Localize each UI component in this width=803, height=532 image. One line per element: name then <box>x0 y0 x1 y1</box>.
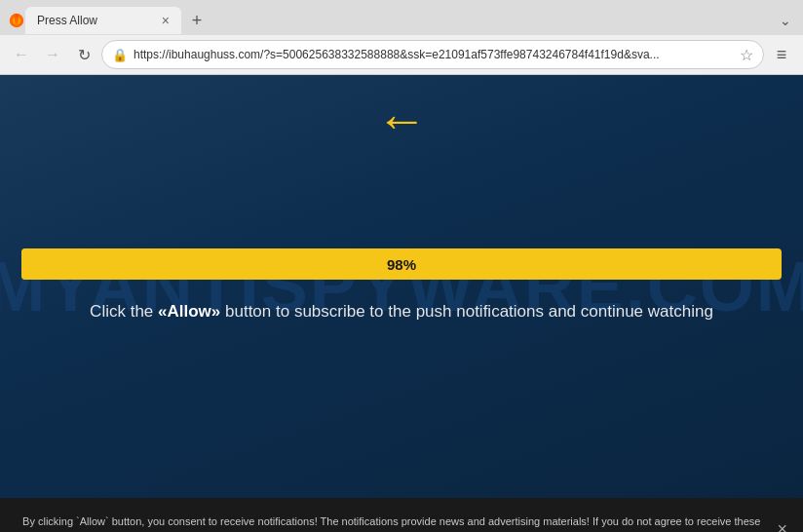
address-bar[interactable]: 🔒 https://ibuhaughuss.com/?s=50062563833… <box>101 40 764 69</box>
notification-consent-text: By clicking `Allow` button, you consent … <box>16 513 767 533</box>
forward-button[interactable]: → <box>39 41 66 68</box>
address-security-icons: 🔒 <box>112 48 128 62</box>
close-notification-button[interactable]: × <box>777 519 787 533</box>
progress-bar-container: 98% <box>21 248 782 280</box>
active-tab[interactable]: Press Allow × <box>25 7 181 34</box>
back-button[interactable]: ← <box>8 41 35 68</box>
allow-text: «Allow» <box>158 302 220 321</box>
instruction-prefix: Click the <box>90 302 158 321</box>
back-icon: ← <box>14 46 29 63</box>
refresh-icon: ↻ <box>78 46 91 64</box>
bookmark-star-icon[interactable]: ☆ <box>740 46 753 64</box>
main-content: MYANTISPYWARE.COM ← 98% Click the «Allow… <box>0 75 803 498</box>
url-text: https://ibuhaughuss.com/?s=5006256383325… <box>134 48 734 61</box>
tab-title: Press Allow <box>37 14 154 27</box>
tab-close-button[interactable]: × <box>162 14 170 27</box>
tab-list-chevron-icon[interactable]: ⌄ <box>776 9 795 32</box>
instruction-suffix: button to subscribe to the push notifica… <box>220 302 713 321</box>
lock-icon: 🔒 <box>112 48 128 62</box>
new-tab-button[interactable]: + <box>185 9 209 32</box>
refresh-button[interactable]: ↻ <box>70 41 97 68</box>
forward-icon: → <box>45 46 60 63</box>
instruction-text: Click the «Allow» button to subscribe to… <box>90 299 713 324</box>
consent-text-before: By clicking `Allow` button, you consent … <box>22 515 760 533</box>
arrow-container: ← <box>0 95 803 145</box>
notification-bar: By clicking `Allow` button, you consent … <box>0 498 803 532</box>
browser-chrome: Press Allow × + ⌄ ← → ↻ 🔒 https://ibuhau… <box>0 0 803 75</box>
nav-bar: ← → ↻ 🔒 https://ibuhaughuss.com/?s=50062… <box>0 35 803 74</box>
content-center: 98% Click the «Allow» button to subscrib… <box>0 248 803 324</box>
progress-label: 98% <box>387 256 416 273</box>
tab-bar: Press Allow × + ⌄ <box>0 0 803 35</box>
firefox-logo-icon <box>8 12 25 29</box>
browser-menu-button[interactable]: ≡ <box>768 41 795 68</box>
arrow-icon: ← <box>376 95 427 145</box>
tab-bar-right: ⌄ <box>776 9 795 32</box>
